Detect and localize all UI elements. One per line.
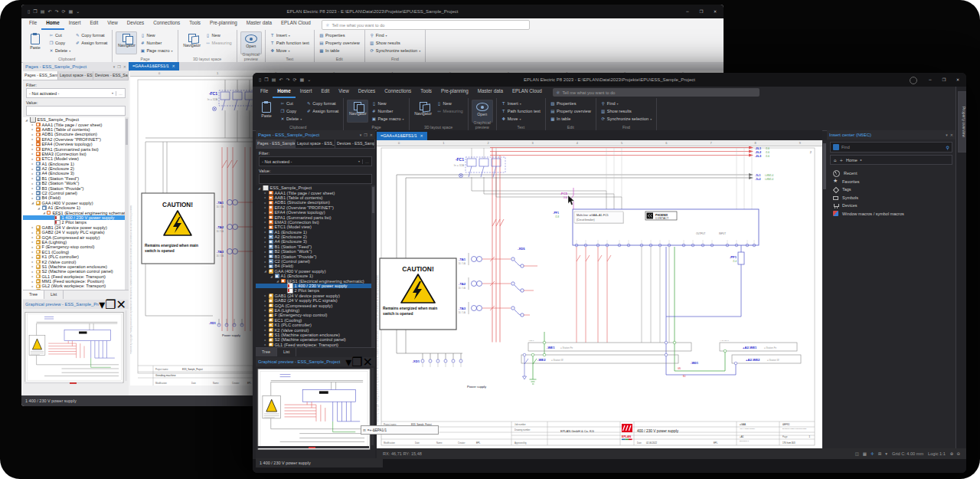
ribbon-button-show-results[interactable]: ▥Show results — [368, 39, 422, 47]
expander-closed-icon[interactable]: ▸ — [263, 240, 267, 244]
expander-closed-icon[interactable]: ▸ — [263, 303, 267, 307]
expander-closed-icon[interactable]: ▸ — [31, 127, 34, 131]
graphical-preview[interactable] — [256, 366, 375, 449]
expander-closed-icon[interactable]: ▸ — [31, 264, 34, 268]
expander-closed-icon[interactable]: ▸ — [263, 328, 267, 332]
tree-scrollbar[interactable] — [125, 117, 129, 290]
expander-open-icon[interactable]: ◢ — [270, 274, 273, 278]
filter-more-button[interactable]: … — [116, 91, 122, 96]
ribbon-button-cut[interactable]: ✂Cut — [279, 100, 303, 107]
ribbon-button-page-macro[interactable]: ▣Page macro▾ — [370, 115, 405, 123]
ribbon-button-path-function-text[interactable]: TPath function text — [269, 39, 311, 47]
expander-closed-icon[interactable]: ▸ — [263, 260, 267, 264]
expander-closed-icon[interactable]: ▸ — [31, 143, 34, 146]
expander-open-icon[interactable]: ◢ — [263, 269, 267, 273]
insert-center-breadcrumb[interactable]: ⌂ + Home ▸ — [830, 155, 952, 165]
ribbon-button-paste[interactable]: Paste — [256, 100, 277, 123]
expander-closed-icon[interactable]: ▸ — [31, 137, 34, 141]
ribbon-button-navigator[interactable]: Navigator — [347, 100, 368, 123]
expander-closed-icon[interactable]: ▸ — [31, 162, 34, 166]
ribbon-button-show-results[interactable]: ▥Show results — [599, 107, 653, 115]
panel-tab-pages-ess-sample-p[interactable]: Pages - ESS_Sample_P... — [256, 139, 296, 148]
expander-closed-icon[interactable]: ▸ — [263, 343, 267, 346]
zoom-in-icon[interactable]: ⊕ — [950, 451, 954, 456]
ribbon-button-new[interactable]: ▯New — [370, 100, 405, 107]
ribbon-button-synchronize-selection[interactable]: ⟳Synchronize selection▾ — [368, 47, 422, 54]
ribbon-button-number[interactable]: #Number — [370, 107, 405, 115]
snap-grid-icon[interactable]: ▦ — [863, 451, 867, 456]
page-footer-ref[interactable]: ⊞ =+-&EPA1/1 — [361, 425, 439, 435]
ribbon-tab-file[interactable]: File — [256, 85, 273, 97]
insert-center-item-symbols[interactable]: Symbols — [827, 194, 956, 202]
ribbon-button-delete[interactable]: ✕Delete▾ — [279, 115, 303, 123]
expander-closed-icon[interactable]: ▸ — [31, 176, 34, 180]
panel-tab-layout-space-ess-sa[interactable]: Layout space - ESS_Sa... — [58, 71, 93, 80]
expander-closed-icon[interactable]: ▸ — [31, 182, 34, 185]
more-options-icon[interactable]: ▾ — [885, 451, 887, 456]
ribbon-button-number[interactable]: #Number — [139, 39, 174, 47]
filter-dropdown[interactable]: - Not activated - ▾ … — [259, 156, 372, 166]
expander-closed-icon[interactable]: ▸ — [31, 152, 34, 156]
expander-closed-icon[interactable]: ▸ — [31, 157, 34, 161]
close-icon[interactable]: ✕ — [123, 64, 126, 69]
expander-closed-icon[interactable]: ▸ — [263, 230, 267, 234]
expander-closed-icon[interactable]: ▸ — [31, 235, 34, 239]
schematic-canvas[interactable]: 2 -2L1 /1.6 -2L2 /1.6 -2L3 /1.6 — [377, 140, 822, 448]
expander-open-icon[interactable]: ◢ — [43, 211, 45, 215]
expander-closed-icon[interactable]: ▸ — [263, 299, 267, 303]
ribbon-button-insert[interactable]: TInsert▾ — [269, 31, 311, 39]
expander-closed-icon[interactable]: ▸ — [31, 280, 34, 284]
expander-open-icon[interactable]: ◢ — [37, 206, 41, 210]
tree-list-tab-list[interactable]: List — [277, 348, 296, 356]
selection-mode-icon[interactable]: ◫ — [855, 451, 859, 456]
expander-closed-icon[interactable]: ▸ — [31, 225, 34, 229]
ribbon-button-find[interactable]: ⚲Find▾ — [599, 100, 653, 107]
expander-open-icon[interactable]: ◢ — [276, 279, 279, 283]
ribbon-button-navigator[interactable]: Navigator — [413, 100, 434, 123]
ribbon-button-synchronize-selection[interactable]: ⟳Synchronize selection▾ — [599, 115, 653, 123]
zoom-out-icon[interactable]: ⊖ — [956, 451, 960, 456]
panel-tab-pages-ess-sample-p[interactable]: Pages - ESS_Sample_P... — [23, 71, 58, 80]
insert-center-item-macros[interactable]: Window macros / symbol macros — [827, 210, 956, 218]
document-tab[interactable]: =GAA+A1&EFS1/1 ✕ — [129, 62, 179, 71]
filter-more-button[interactable]: … — [362, 159, 369, 164]
ribbon-tab-pre-planning[interactable]: Pre-planning — [205, 17, 242, 28]
expander-open-icon[interactable]: ◢ — [24, 118, 28, 122]
ribbon-tab-tools[interactable]: Tools — [416, 85, 436, 97]
expander-closed-icon[interactable]: ▸ — [263, 205, 267, 209]
expander-closed-icon[interactable]: ▸ — [263, 225, 267, 229]
close-icon[interactable]: ✕ — [370, 133, 373, 137]
filter-dropdown[interactable]: - Not activated - ▾ … — [26, 88, 126, 98]
ribbon-button-delete[interactable]: ✕Delete▾ — [47, 47, 72, 54]
ribbon-tab-master-data[interactable]: Master data — [473, 85, 508, 97]
ribbon-button-assign-format[interactable]: ✐Assign format — [305, 107, 340, 115]
dropdown-icon[interactable]: ▾ — [113, 64, 116, 69]
ribbon-button-open[interactable]: Open — [240, 31, 262, 54]
ribbon-tab-file[interactable]: File — [24, 17, 41, 28]
tree-item-s2-machine-operation-control-panel[interactable]: ▸S2 (Machine operation control panel) — [23, 269, 129, 274]
preview-hscrollbar[interactable] — [24, 382, 122, 384]
home-icon[interactable]: ⌂ — [834, 158, 837, 162]
expander-closed-icon[interactable]: ▸ — [263, 244, 267, 248]
expander-closed-icon[interactable]: ▸ — [263, 211, 267, 215]
expander-closed-icon[interactable]: ▸ — [31, 231, 34, 235]
minimize-button[interactable]: ─ — [681, 5, 694, 18]
expander-closed-icon[interactable]: ▸ — [263, 313, 267, 317]
ribbon-button-copy-format[interactable]: ✎Copy format — [74, 31, 109, 39]
insert-center-item-devices[interactable]: Devices — [827, 202, 956, 210]
insert-center-item-favorites[interactable]: Favorites — [827, 178, 956, 186]
ribbon-button-path-function-text[interactable]: TPath function text — [500, 107, 542, 115]
ribbon-button-page-macro[interactable]: ▣Page macro▾ — [139, 47, 174, 54]
close-icon[interactable]: ✕ — [950, 133, 953, 137]
ribbon-button-navigator[interactable]: Navigator — [116, 31, 137, 54]
expander-closed-icon[interactable]: ▸ — [263, 220, 267, 224]
expander-closed-icon[interactable]: ▸ — [263, 215, 267, 219]
expander-closed-icon[interactable]: ▸ — [31, 133, 34, 136]
ribbon-search[interactable]: ☼ Tell me what you want to do — [553, 88, 760, 97]
ribbon-button-paste[interactable]: Paste — [24, 31, 46, 54]
expander-open-icon[interactable]: ◢ — [257, 186, 261, 190]
expander-closed-icon[interactable]: ▸ — [31, 284, 34, 288]
ribbon-tab-edit[interactable]: Edit — [316, 85, 334, 97]
ribbon-tab-eplan-cloud[interactable]: EPLAN Cloud — [276, 17, 315, 28]
ribbon-search[interactable]: ☼ Tell me what you want to do — [322, 20, 530, 30]
